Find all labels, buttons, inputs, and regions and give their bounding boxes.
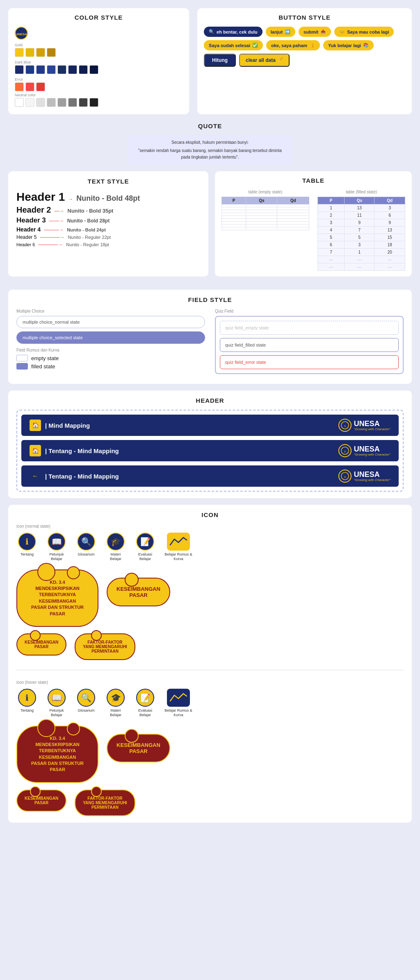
- evaluasi-icon[interactable]: 📝: [136, 533, 154, 551]
- header-panel: HEADER 🏠 | Mind Mapping U: [8, 390, 412, 498]
- quote-text: "semakin rendah harga suatu barang, sema…: [134, 147, 286, 161]
- h5-arrow: ————→: [40, 234, 64, 240]
- darkblue-2: [25, 65, 34, 74]
- glosarium-icon[interactable]: 🔍: [77, 533, 95, 551]
- text-h3-row: Header 3 ——→ Nunito - Bold 28pt: [16, 216, 200, 225]
- rumus-empty-box: [16, 355, 28, 361]
- icon-tentang-hover: ℹ Tentang: [16, 689, 38, 713]
- petunjuk-hover-label: Petunjuk Belajar: [46, 708, 67, 717]
- tentang-label: Tentang: [21, 552, 34, 557]
- neutral-1: [15, 98, 24, 107]
- cloud-large-hover: KD. 3.4MENDESKRIPSIKANTERBENTUKNYA KESEI…: [16, 726, 98, 783]
- glosarium-label: Glosarium: [78, 552, 94, 557]
- btn-eh-label: eh bentar, cek dulu: [217, 29, 258, 34]
- mc-normal[interactable]: multiple choice_normal state: [16, 316, 205, 328]
- tentang-icon[interactable]: ℹ: [18, 533, 36, 551]
- btn-hitung[interactable]: Hitung: [204, 54, 236, 67]
- neutral-4: [47, 98, 56, 107]
- chart-icon[interactable]: [167, 533, 190, 551]
- quiz-filled[interactable]: quiz field_filled state: [220, 338, 399, 352]
- svg-text:U: U: [344, 425, 346, 427]
- unesa-text-2: UNESA "Growing with Character": [354, 445, 390, 456]
- cloud-normal-section: KD. 3.4MENDESKRIPSIKANTERBENTUKNYA KESEI…: [16, 569, 404, 627]
- btn-clear-all[interactable]: clear all data 🧹: [239, 54, 290, 67]
- table-row: [222, 216, 309, 219]
- btn-eh-bentar[interactable]: 🔍 eh bentar, cek dulu: [204, 27, 262, 37]
- btn-clear-label: clear all data: [246, 57, 276, 63]
- btn-oke-paham[interactable]: oke, saya paham 👍: [266, 40, 320, 50]
- header-title: HEADER: [16, 397, 404, 404]
- icon-row-hover: ℹ Tentang 📖 Petunjuk Belajar 🔍 Glosarium…: [16, 689, 404, 717]
- mc-selected[interactable]: multiple choice_selected state: [16, 331, 205, 344]
- header-bar-1: 🏠 | Mind Mapping U UNESA "Grow: [21, 415, 399, 436]
- neutral-3: [36, 98, 45, 107]
- h6-font: Nunito - Reguler 18pt: [66, 242, 109, 247]
- table-empty: P Qs Qd: [221, 197, 309, 230]
- chart-hover-icon[interactable]: [167, 689, 190, 707]
- petunjuk-label: Petunjuk Belajar: [46, 552, 67, 561]
- icon-row-normal: ℹ Tentang 📖 Petunjuk Belajar 🔍 Glosarium…: [16, 533, 404, 561]
- quiz-empty[interactable]: quiz field_empty state: [220, 321, 399, 335]
- unesa-circle-2: U: [338, 444, 352, 457]
- h4-label: Header 4: [16, 226, 41, 233]
- table-empty-label: table (empty state): [221, 190, 309, 194]
- quote-pretext: Secara eksplisit, hukum permintaan bunyi…: [134, 139, 286, 146]
- field-inner: Multiple Choice multiple choice_normal s…: [16, 309, 404, 377]
- h5-font: Nunito - Reguler 22pt: [68, 235, 111, 240]
- tentang-hover-icon[interactable]: ℹ: [18, 689, 36, 707]
- materi-hover-icon[interactable]: 🎓: [107, 689, 125, 707]
- cloud-pair-normal: KESEIMBANGANPASAR FAKTOR-FAKTORYANG MEME…: [16, 633, 404, 660]
- btn-sudah-selesai[interactable]: Saya sudah selesai ✅: [204, 40, 263, 50]
- back-icon[interactable]: ←: [30, 470, 41, 482]
- table-row: [222, 210, 309, 213]
- rumus-empty-row: empty state: [16, 355, 205, 361]
- header-right-2: U UNESA "Growing with Character": [338, 444, 390, 457]
- quote-title: QUOTE: [8, 122, 412, 129]
- btn-selesai-label: Saya sudah selesai: [209, 43, 250, 48]
- btn-belajar-lagi[interactable]: Yuk belajar lagi 📚: [323, 40, 374, 50]
- icon-glosarium-hover: 🔍 Glosarium: [75, 689, 97, 713]
- petunjuk-icon[interactable]: 📖: [48, 533, 66, 551]
- h5-label: Header 5: [16, 234, 37, 240]
- h2-label: Header 2: [16, 205, 51, 215]
- evaluasi-label: Evaluasi Belajar: [135, 552, 156, 561]
- field-style-title: FIELD STYLE: [16, 296, 404, 303]
- svg-text:UNESA: UNESA: [16, 32, 27, 36]
- page: COLOR STYLE UNESA Gold Dark Blue: [0, 0, 420, 837]
- text-h1-row: Header 1 → Nunito - Bold 48pt: [16, 191, 200, 204]
- quiz-label: Quiz Field: [215, 309, 404, 313]
- rumus-empty-label: empty state: [31, 355, 59, 361]
- btn-lanjut-icon: ➡️: [285, 29, 290, 34]
- quiz-error[interactable]: quiz field_error state: [220, 355, 399, 369]
- btn-submit-icon: 📤: [320, 29, 326, 34]
- icon-petunjuk: 📖 Petunjuk Belajar: [46, 533, 67, 561]
- gold-swatches: [15, 48, 183, 57]
- table-pair: table (empty state) P Qs Qd: [221, 190, 405, 271]
- brand-row: UNESA: [15, 27, 183, 40]
- btn-lanjut[interactable]: lanjut ➡️: [266, 27, 295, 37]
- darkblue-4: [47, 65, 56, 74]
- darkblue-6: [68, 65, 77, 74]
- svg-text:U: U: [344, 450, 346, 453]
- neutral-8: [89, 98, 98, 107]
- mc-label: Multiple Choice: [16, 309, 205, 313]
- petunjuk-hover-icon[interactable]: 📖: [48, 689, 66, 707]
- unesa-circle-3: U: [338, 470, 352, 483]
- darkblue-swatches: [15, 65, 98, 74]
- unesa-logo-1: U UNESA "Growing with Character": [338, 419, 390, 432]
- btn-belajar-label: Yuk belajar lagi: [328, 43, 361, 48]
- th-p-empty: P: [222, 197, 246, 204]
- unesa-circle-1: U: [338, 419, 352, 432]
- evaluasi-hover-icon[interactable]: 📝: [136, 689, 154, 707]
- neutral-label: Neutral color: [15, 93, 183, 97]
- glosarium-hover-icon[interactable]: 🔍: [77, 689, 95, 707]
- btn-submit[interactable]: submit 📤: [299, 27, 331, 37]
- btn-submit-label: submit: [304, 29, 318, 34]
- table-empty-wrapper: table (empty state) P Qs Qd: [221, 190, 309, 230]
- materi-icon[interactable]: 🎓: [107, 533, 125, 551]
- glosarium-hover-label: Glosarium: [78, 708, 94, 713]
- icon-tentang: ℹ Tentang: [16, 533, 38, 557]
- btn-coba-lagi[interactable]: 😊 Saya mau coba lagi: [334, 27, 394, 37]
- header-left-3: ← | Tentang - Mind Mapping: [30, 470, 119, 482]
- unesa-logo-2: U UNESA "Growing with Character": [338, 444, 390, 457]
